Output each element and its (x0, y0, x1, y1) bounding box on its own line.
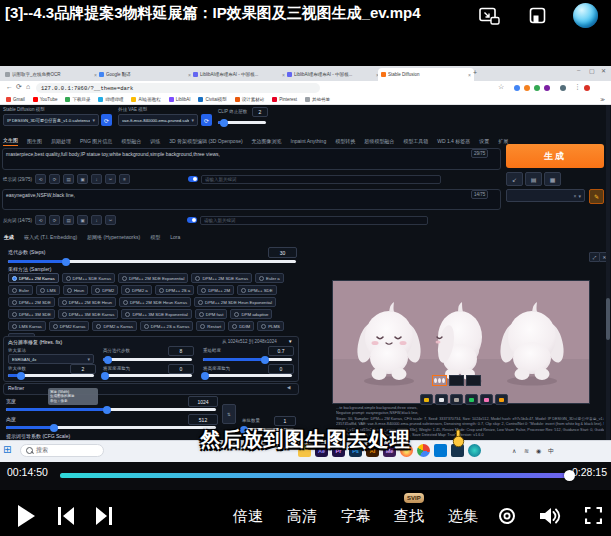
bookmark-star-icon[interactable]: ☆ (498, 83, 504, 91)
bookmark-item[interactable]: Civitai模型 (198, 97, 226, 102)
sampler-option[interactable]: LMS (36, 285, 60, 295)
clear-prompt-icon[interactable]: ▤ (525, 172, 542, 186)
new-tab-button[interactable]: + (473, 69, 477, 76)
tab-extras[interactable]: 后期处理 (51, 138, 71, 146)
settings-icon[interactable] (498, 507, 516, 525)
extension-icon[interactable] (544, 85, 550, 91)
browser-menu-icon[interactable]: ⋮ (574, 83, 581, 91)
taskbar-search[interactable]: 搜索 (20, 444, 104, 457)
window-close-button[interactable]: ✕ (601, 67, 606, 74)
browser-tab[interactable]: LiblibAI哩布哩布AI - 中国领... × (190, 68, 288, 81)
steps-value[interactable]: 30 (268, 247, 297, 258)
start-button[interactable]: ⊞ (3, 444, 11, 455)
send-to-inpaint-icon[interactable] (480, 394, 493, 405)
tray-expand-icon[interactable]: ∧ (512, 447, 516, 454)
gallery-thumbnail-selected[interactable] (432, 375, 447, 386)
tab-model-toolkit[interactable]: 模型工具箱 (403, 138, 428, 146)
undo-icon[interactable]: ⟲ (35, 174, 46, 184)
keyword-input[interactable] (200, 216, 428, 225)
reload-icon[interactable]: ⟳ (16, 83, 22, 91)
tab-wd-tagger[interactable]: WD 1.4 标签器 (437, 138, 470, 146)
url-bar[interactable]: 127.0.0.1:7860/?__theme=dark (36, 83, 320, 93)
open-folder-icon[interactable] (420, 394, 433, 405)
screencast-icon[interactable] (479, 7, 500, 25)
window-minimize-button[interactable]: – (577, 67, 580, 73)
clear-icon[interactable]: ✂ (105, 174, 116, 184)
swap-icon[interactable]: ↕ (91, 174, 102, 184)
copy-icon[interactable]: ▤ (63, 215, 74, 225)
tab-lora[interactable]: Lora (170, 234, 180, 240)
sampler-option[interactable]: DPM++ 2M SDE (8, 297, 55, 307)
extra-networks-icon[interactable]: ▦ (544, 172, 561, 186)
sampler-option[interactable]: DPM++ 2S a Karras (140, 321, 193, 331)
bookmark-item[interactable]: Pinterest (272, 97, 297, 102)
refiner-collapse-icon[interactable]: ◀ (287, 385, 290, 390)
sampler-option[interactable]: DPM++ 3M SDE Exponential (121, 309, 191, 319)
restore-prompt-icon[interactable]: ↙ (506, 172, 523, 186)
sampler-option[interactable]: DPM++ 2M SDE Exponential (118, 273, 188, 283)
paste-icon[interactable]: ▣ (77, 215, 88, 225)
tab-checkpoints[interactable]: 模型 (150, 234, 160, 240)
sampler-option[interactable]: Euler a (255, 273, 284, 283)
resize-width-value[interactable]: 0 (168, 364, 194, 374)
update-badge[interactable] (584, 85, 590, 91)
tab-infinite-browser[interactable]: 无边图像浏览 (252, 138, 282, 146)
network-icon[interactable]: ≋ (524, 447, 529, 454)
browser-tab[interactable]: 识图取字_在线免费OCR × (2, 68, 100, 81)
batch-size-value[interactable]: 1 (274, 416, 296, 426)
volume-icon[interactable] (540, 507, 561, 525)
vae-dropdown[interactable]: vae-ft-mse-840000-ema-pruned.safetensors… (118, 114, 198, 126)
tab-generation[interactable]: 生成 (4, 234, 14, 240)
negative-prompt-textarea[interactable]: easynegative,NSFW,black line, (2, 189, 501, 210)
bookmark-item[interactable]: 其他书签 (305, 97, 330, 102)
sampler-option[interactable]: DPM++ 3M SDE Karras (58, 309, 119, 319)
fullscreen-icon[interactable] (585, 507, 602, 524)
app-edge-icon[interactable] (434, 444, 447, 457)
tab-openpose[interactable]: 3D 骨架模型编辑 (3D Openpose) (169, 138, 242, 146)
styles-dropdown[interactable]: × ▾ (506, 189, 585, 202)
episodes-button[interactable]: 选集 (448, 507, 478, 526)
gallery-thumbnail[interactable] (449, 375, 464, 386)
bookmark-item[interactable]: LiblibAI (169, 97, 191, 102)
sampler-option[interactable]: DPM2 a Karras (92, 321, 136, 331)
sampler-option[interactable]: DPM++ SDE Karras (62, 273, 115, 283)
save-image-icon[interactable] (435, 394, 448, 405)
window-maximize-button[interactable]: ▢ (589, 67, 595, 74)
sampler-option[interactable]: DPM++ 2S a (155, 285, 195, 295)
app-teams-icon[interactable] (468, 444, 481, 457)
sampler-option[interactable]: DPM++ 3M SDE (8, 309, 55, 319)
undo-icon[interactable]: ⟲ (35, 215, 46, 225)
hires-fix-title[interactable]: 高分辨率修复 (Hires. fix) (8, 339, 62, 345)
progress-handle[interactable] (564, 470, 575, 481)
app-chrome-icon[interactable] (417, 444, 430, 457)
bookmark-item[interactable]: 设计素材站 (235, 97, 265, 102)
progress-bar[interactable] (60, 473, 574, 478)
clear-icon[interactable]: ✂ (105, 215, 116, 225)
sampler-option[interactable]: DPM++ 2M SDE Heun Karras (119, 297, 191, 307)
upscale-by-value[interactable]: 2 (70, 364, 96, 374)
browser-tab[interactable]: LiblibAI哩布哩布AI - 中国领... × (284, 68, 382, 81)
sampler-option[interactable]: DDIM (228, 321, 254, 331)
redo-icon[interactable]: ⟳ (49, 215, 60, 225)
tab-txt2img[interactable]: 文生图 (3, 137, 18, 146)
height-value[interactable]: 512 (188, 414, 218, 425)
play-button[interactable] (18, 505, 35, 527)
sampler-option[interactable]: DPM++ 2M SDE Karras (191, 273, 252, 283)
volume-tray-icon[interactable]: ◉ (536, 447, 541, 454)
previous-button[interactable] (58, 507, 74, 525)
bookmark-item[interactable]: YouTube (33, 97, 58, 102)
sampler-option[interactable]: DPM2 Karras (49, 321, 90, 331)
sampler-option[interactable]: Restart (196, 321, 225, 331)
swap-dimensions-icon[interactable]: ⇅ (222, 404, 236, 424)
subtitles-button[interactable]: 字幕 (341, 507, 371, 526)
save-zip-icon[interactable] (450, 394, 463, 405)
sampler-option[interactable]: DPM2 a (121, 285, 152, 295)
swap-icon[interactable]: ↕ (91, 215, 102, 225)
quality-button[interactable]: 高清 (287, 507, 317, 526)
vae-refresh-icon[interactable]: ⟳ (201, 114, 212, 126)
video-frame[interactable]: 识图取字_在线免费OCR × Google 翻译 × LiblibAI哩布哩布A… (0, 30, 611, 462)
translate-toggle[interactable] (188, 176, 198, 182)
clear-icon[interactable]: × (574, 193, 577, 199)
denoise-value[interactable]: 0.7 (268, 346, 294, 356)
hires-steps-slider[interactable] (103, 358, 192, 361)
